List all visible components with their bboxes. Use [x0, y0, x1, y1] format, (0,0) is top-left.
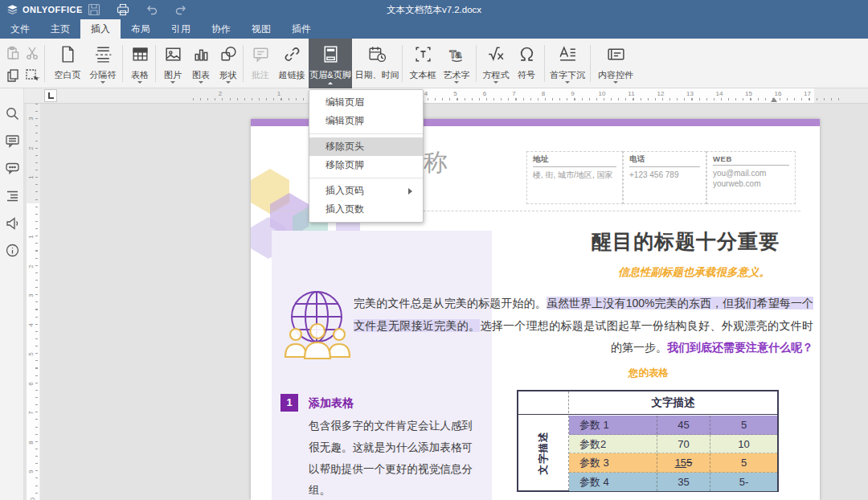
hyperlink-button[interactable]: 超链接: [275, 39, 309, 88]
contact-header-table[interactable]: 地址 楼, 街, 城市/地区, 国家 电话 +123 456 789 WEB y…: [526, 151, 796, 204]
table-row[interactable]: 参数2 70 10: [569, 435, 777, 454]
content-control-icon: [606, 44, 626, 64]
redo-icon: [174, 2, 188, 17]
chevron-up-icon: [328, 80, 333, 84]
table-column-header[interactable]: 文字描述: [569, 391, 777, 413]
document-subheading[interactable]: 信息性副标题也承载很多意义。: [618, 265, 770, 280]
chart-icon: [191, 44, 211, 64]
table-row[interactable]: 参数 4 35 5-: [569, 473, 777, 492]
header-footer-menu: 编辑页眉 编辑页脚 移除页头 移除页脚 插入页码 插入页数: [309, 89, 424, 223]
drop-cap-button[interactable]: 首字下沉: [547, 39, 588, 88]
about-button[interactable]: [5, 243, 20, 258]
web-cell[interactable]: WEB you@mail.com yourweb.com: [706, 151, 796, 204]
menu-item-remove-header[interactable]: 移除页头: [309, 137, 423, 156]
comments-icon: [5, 133, 20, 149]
page-break-icon: [93, 44, 113, 64]
cut-button[interactable]: [24, 45, 42, 63]
comments-panel-button[interactable]: [5, 133, 20, 149]
equation-icon: [486, 44, 506, 64]
undo-button[interactable]: [145, 2, 159, 17]
right-indent-marker[interactable]: [771, 94, 777, 102]
toolbar-divider: [155, 45, 156, 82]
table-icon: [130, 44, 150, 64]
content-control-button[interactable]: 内容控件: [593, 39, 638, 88]
chart-button[interactable]: 图表: [187, 39, 215, 88]
app-name: ONLYOFFICE: [23, 5, 83, 14]
copy-button[interactable]: [5, 68, 23, 85]
date-time-button[interactable]: 日期、时间: [354, 39, 400, 88]
select-all-button[interactable]: [24, 68, 42, 85]
question-run: 我们到底还需要注意什么呢？: [667, 341, 813, 354]
tab-view[interactable]: 视图: [241, 19, 281, 39]
tab-references[interactable]: 引用: [161, 19, 201, 39]
tab-insert[interactable]: 插入: [80, 19, 121, 39]
document-heading[interactable]: 醒目的标题十分重要: [592, 228, 780, 255]
word-art-button[interactable]: Ta 艺术字: [440, 39, 473, 88]
undo-icon: [145, 2, 159, 17]
data-table[interactable]: 文字描述 文字描述 参数 1 45 5 参数2 70 10 参数 3 155 5…: [517, 390, 779, 492]
tab-home[interactable]: 主页: [40, 19, 80, 39]
paragraph-run: 完美的文件总是从完美的标题开始的。: [354, 297, 547, 309]
shape-button[interactable]: 形状: [215, 39, 242, 88]
address-cell[interactable]: 地址 楼, 街, 城市/地区, 国家: [526, 151, 623, 204]
redo-button[interactable]: [174, 2, 188, 17]
chat-icon: [5, 161, 20, 176]
menu-item-remove-footer[interactable]: 移除页脚: [309, 156, 423, 174]
vertical-ruler[interactable]: 32112345678910: [27, 104, 40, 500]
print-button[interactable]: [116, 2, 130, 17]
menu-separator: [309, 133, 423, 134]
comment-button: 批注: [246, 39, 275, 88]
paste-button[interactable]: [5, 45, 23, 63]
svg-text:Ta: Ta: [449, 48, 461, 60]
comment-icon: [251, 44, 271, 64]
navigation-panel-button[interactable]: [5, 188, 20, 203]
menu-item-edit-footer[interactable]: 编辑页脚: [309, 112, 423, 130]
table-row[interactable]: 参数 1 45 5: [569, 416, 777, 435]
chat-panel-button[interactable]: [5, 161, 20, 176]
tab-file[interactable]: 文件: [0, 19, 40, 39]
blank-page-button[interactable]: 空白页: [50, 39, 85, 88]
text-box-button[interactable]: 文本框: [406, 39, 440, 88]
table-corner-cell[interactable]: [518, 391, 569, 413]
feedback-button[interactable]: [5, 215, 20, 231]
onlyoffice-document-editor: ONLYOFFICE 文本文档范本v7.2.docx 文件 主页 插入: [0, 0, 868, 500]
header-footer-button[interactable]: 页眉&页脚: [309, 39, 352, 88]
table-row-header[interactable]: 文字描述: [518, 416, 569, 490]
tracked-change-cell[interactable]: 155: [657, 453, 710, 472]
cut-icon: [24, 45, 40, 61]
horizontal-ruler[interactable]: 214567891011121314151617: [24, 88, 868, 104]
step-heading[interactable]: 添加表格: [309, 396, 354, 411]
blank-page-icon: [58, 44, 78, 64]
table-row[interactable]: 参数 3 155 5: [569, 453, 777, 473]
phone-cell[interactable]: 电话 +123 456 789: [623, 151, 706, 204]
tab-layout[interactable]: 布局: [121, 19, 161, 39]
document-title: 文本文档范本v7.2.docx: [0, 0, 868, 19]
insert-toolbar: 空白页 分隔符 表格 图片: [0, 39, 868, 88]
globe-people-illustration: [278, 285, 360, 363]
menubar: 文件 主页 插入 布局 引用 协作 视图 插件: [0, 19, 868, 39]
chevron-down-icon: [170, 81, 175, 86]
image-button[interactable]: 图片: [158, 39, 187, 88]
onlyoffice-logo-icon: [6, 4, 18, 16]
menu-item-edit-header[interactable]: 编辑页眉: [309, 93, 423, 112]
table-caption[interactable]: 您的表格: [596, 367, 701, 380]
intro-paragraph[interactable]: 完美的文件总是从完美的标题开始的。虽然世界上没有100%完美的东西，但我们希望每…: [354, 293, 813, 359]
search-button[interactable]: [5, 106, 20, 121]
titlebar: ONLYOFFICE 文本文档范本v7.2.docx: [0, 0, 868, 19]
page-break-button[interactable]: 分隔符: [86, 39, 120, 88]
step-number-badge[interactable]: 1: [280, 394, 298, 412]
copy-icon: [5, 68, 21, 84]
table-button[interactable]: 表格: [125, 39, 154, 88]
step-body-text[interactable]: 包含很多字的文件肯定会让人感到很无趣。这就是为什么添加表格可以帮助提供一个更好的…: [309, 416, 473, 500]
info-icon: [5, 243, 20, 258]
toolbar-divider: [590, 45, 591, 82]
menu-item-insert-page-number[interactable]: 插入页码: [309, 182, 423, 200]
tab-collaboration[interactable]: 协作: [201, 19, 241, 39]
menu-item-insert-page-count[interactable]: 插入页数: [309, 200, 423, 219]
word-art-icon: Ta: [447, 44, 467, 64]
tab-plugins[interactable]: 插件: [281, 19, 321, 39]
save-button[interactable]: [87, 2, 101, 17]
symbol-button[interactable]: 符号: [513, 39, 540, 88]
tab-stop-selector[interactable]: [44, 89, 57, 102]
equation-button[interactable]: 方程式: [479, 39, 513, 88]
